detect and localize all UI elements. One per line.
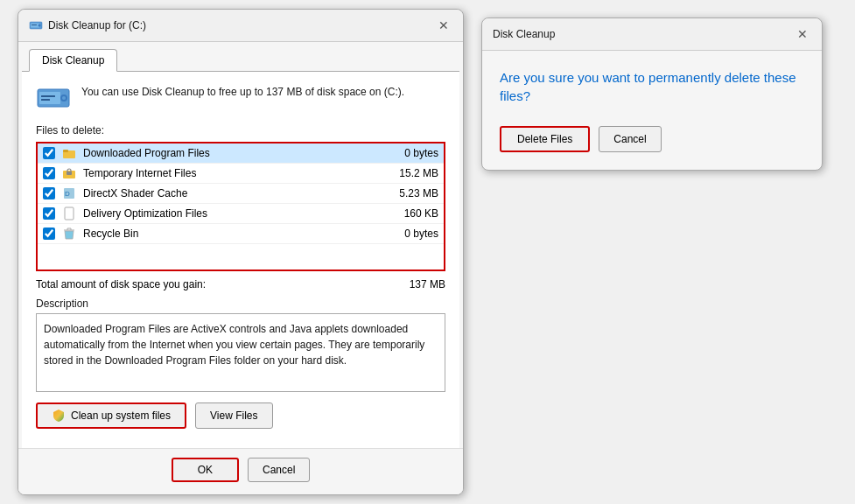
confirm-title-bar: Disk Cleanup ✕ <box>482 18 822 51</box>
header-description: You can use Disk Cleanup to free up to 1… <box>81 84 404 100</box>
svg-rect-5 <box>39 92 60 104</box>
action-buttons: Clean up system files View Files <box>36 402 445 429</box>
file-checkbox-4[interactable] <box>43 228 55 240</box>
shield-icon <box>52 409 66 423</box>
svg-rect-3 <box>32 24 37 25</box>
header-section: You can use Disk Cleanup to free up to 1… <box>36 84 445 112</box>
file-size-2: 5.23 MB <box>386 187 438 200</box>
description-title: Description <box>36 298 445 310</box>
table-row: Downloaded Program Files 0 bytes <box>38 144 444 164</box>
file-size-1: 15.2 MB <box>386 167 438 179</box>
clean-system-files-label: Clean up system files <box>71 410 171 422</box>
svg-rect-17 <box>65 207 74 220</box>
confirm-window-title: Disk Cleanup <box>493 28 555 40</box>
file-checkbox-3[interactable] <box>43 207 55 220</box>
confirm-buttons: Delete Files Cancel <box>500 126 804 152</box>
confirm-window-close[interactable]: ✕ <box>794 25 811 43</box>
total-label: Total amount of disk space you gain: <box>36 278 206 290</box>
confirm-question: Are you sure you want to permanently del… <box>500 68 804 105</box>
file-checkbox-0[interactable] <box>43 147 55 159</box>
tab-content: You can use Disk Cleanup to free up to 1… <box>22 71 459 448</box>
file-name-3: Delivery Optimization Files <box>83 207 379 220</box>
file-checkbox-1[interactable] <box>43 167 55 179</box>
description-text: Downloaded Program Files are ActiveX con… <box>36 313 445 392</box>
tab-bar: Disk Cleanup <box>18 42 463 71</box>
table-row: Recycle Bin 0 bytes <box>38 224 444 244</box>
main-window-close[interactable]: ✕ <box>435 17 452 34</box>
svg-rect-8 <box>41 95 55 97</box>
files-list: Downloaded Program Files 0 bytes Tempora… <box>36 142 445 271</box>
folder-icon <box>62 146 76 160</box>
file-checkbox-2[interactable] <box>43 187 55 200</box>
lock-folder-icon <box>62 166 76 180</box>
hdd-large-icon <box>36 84 71 112</box>
hdd-title-icon <box>29 18 43 32</box>
clean-system-files-button[interactable]: Clean up system files <box>36 402 186 429</box>
confirm-title-left: Disk Cleanup <box>493 28 555 40</box>
view-files-button[interactable]: View Files <box>195 402 272 429</box>
table-row: Temporary Internet Files 15.2 MB <box>38 164 444 184</box>
main-window-title: Disk Cleanup for (C:) <box>48 19 146 32</box>
file-size-4: 0 bytes <box>386 228 438 240</box>
table-row: Delivery Optimization Files 160 KB <box>38 204 444 224</box>
svg-point-2 <box>39 24 41 27</box>
svg-rect-11 <box>63 150 68 152</box>
file-size-0: 0 bytes <box>386 147 438 159</box>
svg-point-7 <box>62 96 66 100</box>
svg-rect-9 <box>41 99 50 101</box>
table-row: D DirectX Shader Cache 5.23 MB <box>38 184 444 204</box>
delete-files-button[interactable]: Delete Files <box>500 126 590 152</box>
ok-button[interactable]: OK <box>172 458 239 482</box>
confirm-dialog: Disk Cleanup ✕ Are you sure you want to … <box>481 18 823 171</box>
svg-text:D: D <box>65 190 70 198</box>
confirm-content: Are you sure you want to permanently del… <box>482 51 822 170</box>
recycle-bin-icon <box>62 227 76 241</box>
disk-cleanup-tab[interactable]: Disk Cleanup <box>29 49 117 72</box>
total-row: Total amount of disk space you gain: 137… <box>36 271 445 298</box>
file-name-4: Recycle Bin <box>83 228 379 240</box>
file-name-0: Downloaded Program Files <box>83 147 379 159</box>
bottom-buttons: OK Cancel <box>18 448 463 494</box>
directx-icon: D <box>62 186 76 200</box>
cancel-button[interactable]: Cancel <box>248 458 310 482</box>
main-title-bar: Disk Cleanup for (C:) ✕ <box>18 10 463 42</box>
file-size-3: 160 KB <box>386 207 438 220</box>
disk-cleanup-window: Disk Cleanup for (C:) ✕ Disk Cleanup You… <box>18 9 464 495</box>
file-name-2: DirectX Shader Cache <box>83 187 379 200</box>
total-value: 137 MB <box>410 278 445 290</box>
file-name-1: Temporary Internet Files <box>83 167 379 179</box>
files-to-delete-label: Files to delete: <box>36 124 445 136</box>
title-bar-left: Disk Cleanup for (C:) <box>29 18 146 32</box>
blank-file-icon <box>62 206 76 220</box>
svg-rect-14 <box>67 172 72 175</box>
confirm-cancel-button[interactable]: Cancel <box>599 126 661 152</box>
